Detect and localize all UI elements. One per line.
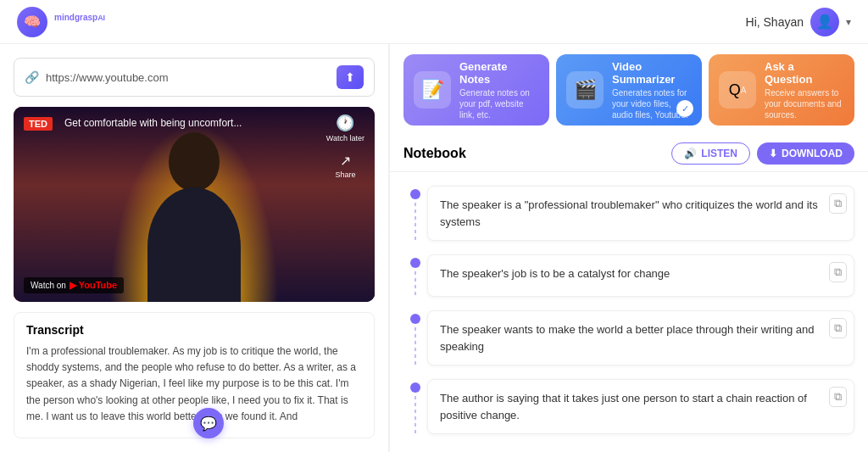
youtube-logo: ▶ YouTube [70,280,117,291]
greeting-text: Hi, Shayan [746,15,804,29]
ask-tab-desc: Receive answers to your documents and so… [765,87,844,120]
notebook-header: Notebook 🔊 LISTEN ⬇ DOWNLOAD [390,136,868,172]
note-card: The author is saying that it takes just … [427,379,854,434]
note-dot [410,314,420,324]
note-card: The speaker is a "professional troublema… [427,186,854,241]
note-text: The author is saying that it takes just … [440,390,842,423]
chevron-down-icon[interactable]: ▾ [846,16,851,28]
speaker-icon: 🔊 [684,148,697,159]
video-title: Get comfortable with being uncomfort... [64,117,290,129]
notes-list: The speaker is a "professional troublema… [390,172,868,452]
share-btn[interactable]: ↗ Share [335,153,355,179]
generate-tab-desc: Generate notes on your pdf, website link… [459,87,539,120]
note-dot [410,258,420,268]
generate-tab-title: Generate Notes [459,60,539,86]
copy-button[interactable]: ⧉ [829,262,847,282]
logo-text: mindgraspAI [54,13,105,31]
tab-ask[interactable]: QA Ask a Question Receive answers to you… [709,54,854,126]
copy-button[interactable]: ⧉ [829,387,847,407]
video-icon: 🎬 [566,71,604,109]
logo: 🧠 mindgraspAI [17,7,105,37]
share-icon: ↗ [340,153,351,169]
user-area: Hi, Shayan 👤 ▾ [746,8,851,36]
note-dot [410,189,420,199]
url-input[interactable] [46,71,330,84]
transcript-title: Transcript [26,323,362,337]
generate-icon: 📝 [414,71,451,109]
note-dot [410,382,420,393]
video-player: TED Get comfortable with being uncomfort… [14,107,375,302]
left-panel: 🔗 ⬆ TED Get comfortable with being uncom… [0,44,390,452]
download-icon: ⬇ [769,148,777,159]
chat-bubble[interactable]: 💬 [193,408,224,438]
notebook-actions: 🔊 LISTEN ⬇ DOWNLOAD [671,142,854,165]
watch-on-label: Watch on ▶ YouTube [24,277,124,293]
list-item: The speaker is a "professional troublema… [390,179,868,248]
video-tab-title: Video Summarizer [612,60,692,86]
note-card: The speaker wants to make the world a be… [427,310,854,366]
clock-icon: 🕐 [336,114,354,132]
check-badge: ✓ [676,100,693,117]
logo-icon: 🧠 [17,7,47,37]
header: 🧠 mindgraspAI Hi, Shayan 👤 ▾ [0,0,868,44]
tab-video[interactable]: 🎬 Video Summarizer Generates notes for y… [556,54,702,126]
link-icon: 🔗 [25,70,39,84]
feature-tabs: 📝 Generate Notes Generate notes on your … [390,44,868,136]
ted-badge: TED [24,117,53,131]
note-text: The speaker is a "professional troublema… [440,197,842,230]
upload-button[interactable]: ⬆ [337,65,364,89]
watch-later-btn[interactable]: 🕐 Watch later [326,114,364,142]
download-button[interactable]: ⬇ DOWNLOAD [757,142,854,165]
note-text: The speaker wants to make the world a be… [440,321,842,354]
ask-icon: QA [719,71,756,109]
url-bar: 🔗 ⬆ [14,58,375,97]
copy-button[interactable]: ⧉ [829,193,847,214]
list-item: The speaker's job is to be a catalyst fo… [390,248,868,304]
copy-button[interactable]: ⧉ [829,318,847,338]
video-thumbnail: TED Get comfortable with being uncomfort… [14,107,375,302]
ask-tab-title: Ask a Question [765,60,844,86]
list-item: The speaker wants to make the world a be… [390,304,868,372]
list-item: The author is saying that it takes just … [390,372,868,441]
note-card: The speaker's job is to be a catalyst fo… [427,254,854,297]
notebook-title: Notebook [403,146,466,161]
tab-generate[interactable]: 📝 Generate Notes Generate notes on your … [403,54,549,126]
main-layout: 🔗 ⬆ TED Get comfortable with being uncom… [0,44,868,452]
avatar[interactable]: 👤 [810,8,839,36]
right-panel: 📝 Generate Notes Generate notes on your … [390,44,868,452]
listen-button[interactable]: 🔊 LISTEN [671,142,750,165]
transcript-text: I'm a professional troublemaker. As my j… [26,343,362,424]
note-text: The speaker's job is to be a catalyst fo… [440,265,842,282]
